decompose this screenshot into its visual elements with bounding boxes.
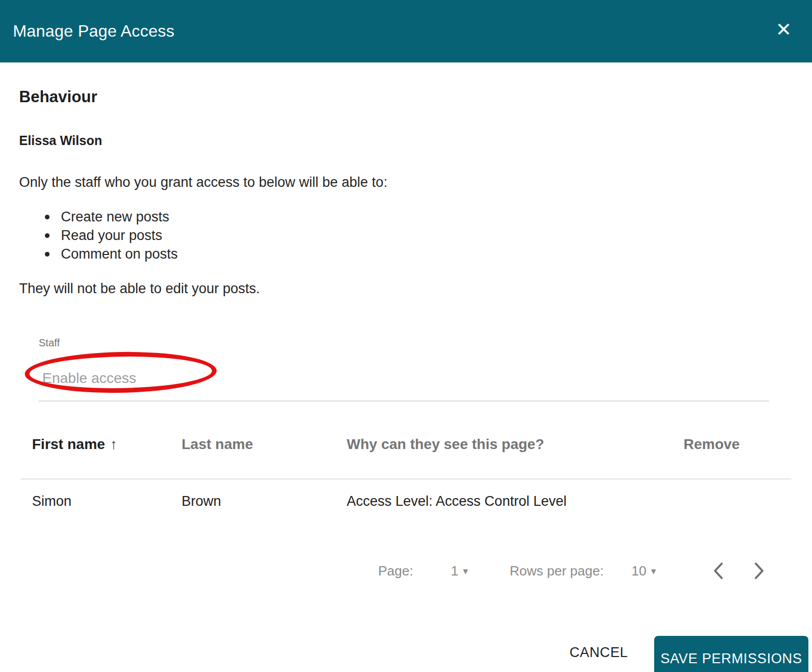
chevron-right-icon (753, 562, 766, 580)
note-text: They will not be able to edit your posts… (19, 281, 260, 297)
list-item: Read your posts (19, 226, 178, 245)
staff-search-input[interactable] (39, 359, 769, 402)
cell-reason: Access Level: Access Control Level (347, 493, 566, 509)
page-select[interactable]: 1▾ (451, 563, 468, 579)
staff-field-label: Staff (39, 337, 60, 349)
owner-name: Elissa Wilson (19, 133, 102, 148)
previous-page-button[interactable] (707, 559, 729, 582)
next-page-button[interactable] (748, 559, 771, 582)
save-permissions-button[interactable]: SAVE PERMISSIONS (654, 636, 808, 672)
chevron-left-icon (711, 562, 725, 580)
cell-last-name: Brown (182, 493, 221, 509)
close-button[interactable]: ✕ (772, 18, 795, 41)
table-header-first-name[interactable]: First name↑ (32, 436, 118, 453)
rows-per-page-value: 10 (631, 563, 646, 579)
table-header-remove: Remove (684, 436, 740, 453)
dialog-title: Manage Page Access (0, 22, 174, 41)
header-label: First name (32, 436, 105, 452)
page-select-value: 1 (451, 563, 458, 579)
sort-ascending-icon: ↑ (110, 436, 118, 452)
close-icon: ✕ (775, 19, 791, 41)
manage-page-access-dialog: Manage Page Access ✕ Behaviour Elissa Wi… (0, 0, 812, 672)
rows-per-page-select[interactable]: 10▾ (631, 563, 656, 579)
permissions-list: Create new posts Read your posts Comment… (19, 207, 178, 263)
chevron-down-icon: ▾ (651, 566, 656, 577)
cancel-button[interactable]: CANCEL (557, 637, 640, 668)
list-item: Create new posts (19, 207, 178, 226)
cell-first-name: Simon (32, 493, 72, 509)
chevron-down-icon: ▾ (463, 566, 468, 577)
table-header-reason: Why can they see this page? (347, 436, 544, 453)
page-title: Behaviour (19, 88, 98, 106)
table-header-last-name[interactable]: Last name (182, 436, 253, 453)
rows-per-page-label: Rows per page: (510, 563, 604, 579)
table-header-divider (21, 478, 791, 479)
intro-text: Only the staff who you grant access to b… (19, 174, 387, 190)
page-label: Page: (378, 563, 413, 579)
list-item: Comment on posts (19, 245, 178, 263)
dialog-header: Manage Page Access ✕ (0, 0, 812, 62)
